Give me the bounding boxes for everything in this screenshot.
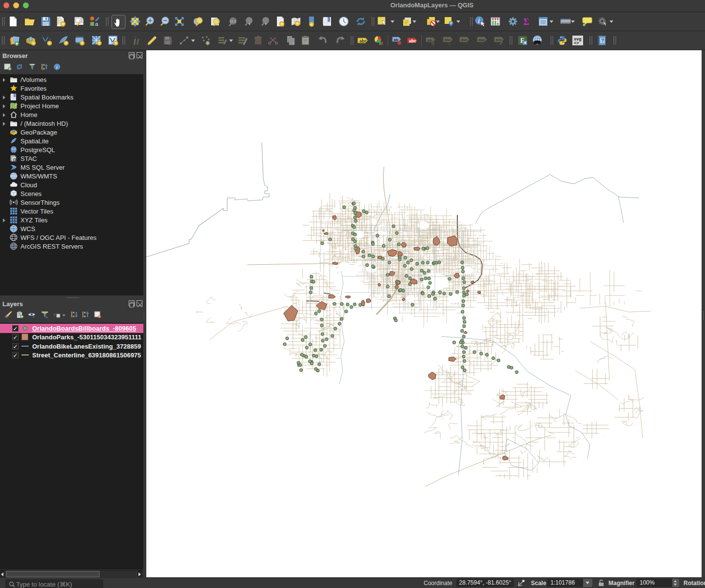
svg-text:?: ? (601, 38, 604, 43)
svg-text:a: a (95, 21, 98, 27)
svg-text:(1:1: (1:1 (230, 20, 236, 23)
svg-text:abc: abc (409, 39, 416, 43)
svg-text:abc: abc (461, 38, 468, 42)
svg-text:abc: abc (445, 38, 451, 42)
svg-text:@: @ (14, 158, 17, 161)
svg-text:Σ: Σ (523, 17, 529, 27)
svg-text:ε: ε (54, 311, 56, 317)
svg-text:ab: ab (394, 38, 398, 42)
svg-text:<>: <> (574, 40, 579, 45)
svg-text:ab: ab (428, 38, 432, 42)
svg-text:abc: abc (496, 38, 503, 42)
svg-text:abc: abc (359, 39, 367, 43)
